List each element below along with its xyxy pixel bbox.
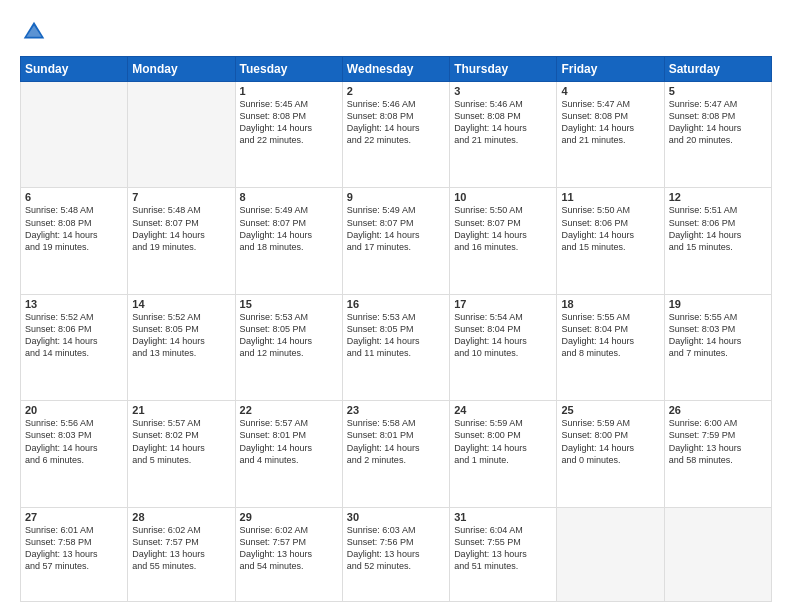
- day-number: 15: [240, 298, 338, 310]
- day-number: 10: [454, 191, 552, 203]
- calendar-header-friday: Friday: [557, 57, 664, 82]
- day-info: Sunrise: 5:55 AM Sunset: 8:04 PM Dayligh…: [561, 311, 659, 360]
- calendar-cell: 13Sunrise: 5:52 AM Sunset: 8:06 PM Dayli…: [21, 294, 128, 400]
- calendar-cell: [557, 507, 664, 601]
- calendar-cell: 11Sunrise: 5:50 AM Sunset: 8:06 PM Dayli…: [557, 188, 664, 294]
- calendar-cell: 2Sunrise: 5:46 AM Sunset: 8:08 PM Daylig…: [342, 82, 449, 188]
- calendar-cell: 25Sunrise: 5:59 AM Sunset: 8:00 PM Dayli…: [557, 401, 664, 507]
- day-info: Sunrise: 5:55 AM Sunset: 8:03 PM Dayligh…: [669, 311, 767, 360]
- calendar-cell: 28Sunrise: 6:02 AM Sunset: 7:57 PM Dayli…: [128, 507, 235, 601]
- day-number: 23: [347, 404, 445, 416]
- day-info: Sunrise: 5:50 AM Sunset: 8:06 PM Dayligh…: [561, 204, 659, 253]
- day-info: Sunrise: 5:51 AM Sunset: 8:06 PM Dayligh…: [669, 204, 767, 253]
- day-info: Sunrise: 5:47 AM Sunset: 8:08 PM Dayligh…: [561, 98, 659, 147]
- day-info: Sunrise: 5:59 AM Sunset: 8:00 PM Dayligh…: [454, 417, 552, 466]
- calendar-week-4: 20Sunrise: 5:56 AM Sunset: 8:03 PM Dayli…: [21, 401, 772, 507]
- day-number: 31: [454, 511, 552, 523]
- calendar-cell: 22Sunrise: 5:57 AM Sunset: 8:01 PM Dayli…: [235, 401, 342, 507]
- calendar-table: SundayMondayTuesdayWednesdayThursdayFrid…: [20, 56, 772, 602]
- day-number: 20: [25, 404, 123, 416]
- calendar-header-wednesday: Wednesday: [342, 57, 449, 82]
- calendar-cell: 18Sunrise: 5:55 AM Sunset: 8:04 PM Dayli…: [557, 294, 664, 400]
- calendar-cell: 7Sunrise: 5:48 AM Sunset: 8:07 PM Daylig…: [128, 188, 235, 294]
- day-info: Sunrise: 5:57 AM Sunset: 8:01 PM Dayligh…: [240, 417, 338, 466]
- day-info: Sunrise: 5:56 AM Sunset: 8:03 PM Dayligh…: [25, 417, 123, 466]
- calendar-cell: 24Sunrise: 5:59 AM Sunset: 8:00 PM Dayli…: [450, 401, 557, 507]
- day-number: 12: [669, 191, 767, 203]
- day-info: Sunrise: 5:48 AM Sunset: 8:07 PM Dayligh…: [132, 204, 230, 253]
- calendar-cell: 3Sunrise: 5:46 AM Sunset: 8:08 PM Daylig…: [450, 82, 557, 188]
- day-number: 26: [669, 404, 767, 416]
- day-info: Sunrise: 6:04 AM Sunset: 7:55 PM Dayligh…: [454, 524, 552, 573]
- day-info: Sunrise: 6:03 AM Sunset: 7:56 PM Dayligh…: [347, 524, 445, 573]
- day-number: 17: [454, 298, 552, 310]
- day-number: 28: [132, 511, 230, 523]
- day-info: Sunrise: 6:02 AM Sunset: 7:57 PM Dayligh…: [240, 524, 338, 573]
- calendar-cell: 1Sunrise: 5:45 AM Sunset: 8:08 PM Daylig…: [235, 82, 342, 188]
- day-number: 7: [132, 191, 230, 203]
- calendar-cell: 20Sunrise: 5:56 AM Sunset: 8:03 PM Dayli…: [21, 401, 128, 507]
- calendar-header-row: SundayMondayTuesdayWednesdayThursdayFrid…: [21, 57, 772, 82]
- calendar-cell: 8Sunrise: 5:49 AM Sunset: 8:07 PM Daylig…: [235, 188, 342, 294]
- day-number: 3: [454, 85, 552, 97]
- day-number: 27: [25, 511, 123, 523]
- day-info: Sunrise: 5:49 AM Sunset: 8:07 PM Dayligh…: [347, 204, 445, 253]
- day-info: Sunrise: 5:57 AM Sunset: 8:02 PM Dayligh…: [132, 417, 230, 466]
- day-number: 6: [25, 191, 123, 203]
- day-info: Sunrise: 5:47 AM Sunset: 8:08 PM Dayligh…: [669, 98, 767, 147]
- day-info: Sunrise: 6:00 AM Sunset: 7:59 PM Dayligh…: [669, 417, 767, 466]
- day-info: Sunrise: 6:02 AM Sunset: 7:57 PM Dayligh…: [132, 524, 230, 573]
- day-info: Sunrise: 5:46 AM Sunset: 8:08 PM Dayligh…: [347, 98, 445, 147]
- day-number: 25: [561, 404, 659, 416]
- day-info: Sunrise: 6:01 AM Sunset: 7:58 PM Dayligh…: [25, 524, 123, 573]
- calendar-cell: 21Sunrise: 5:57 AM Sunset: 8:02 PM Dayli…: [128, 401, 235, 507]
- page: SundayMondayTuesdayWednesdayThursdayFrid…: [0, 0, 792, 612]
- calendar-header-sunday: Sunday: [21, 57, 128, 82]
- day-number: 22: [240, 404, 338, 416]
- day-info: Sunrise: 5:48 AM Sunset: 8:08 PM Dayligh…: [25, 204, 123, 253]
- calendar-cell: 16Sunrise: 5:53 AM Sunset: 8:05 PM Dayli…: [342, 294, 449, 400]
- calendar-cell: [664, 507, 771, 601]
- day-number: 2: [347, 85, 445, 97]
- day-number: 1: [240, 85, 338, 97]
- day-info: Sunrise: 5:58 AM Sunset: 8:01 PM Dayligh…: [347, 417, 445, 466]
- calendar-week-5: 27Sunrise: 6:01 AM Sunset: 7:58 PM Dayli…: [21, 507, 772, 601]
- day-number: 8: [240, 191, 338, 203]
- calendar-cell: 19Sunrise: 5:55 AM Sunset: 8:03 PM Dayli…: [664, 294, 771, 400]
- calendar-week-2: 6Sunrise: 5:48 AM Sunset: 8:08 PM Daylig…: [21, 188, 772, 294]
- calendar-header-thursday: Thursday: [450, 57, 557, 82]
- day-number: 13: [25, 298, 123, 310]
- day-number: 29: [240, 511, 338, 523]
- day-info: Sunrise: 5:52 AM Sunset: 8:05 PM Dayligh…: [132, 311, 230, 360]
- calendar-cell: 9Sunrise: 5:49 AM Sunset: 8:07 PM Daylig…: [342, 188, 449, 294]
- calendar-cell: 31Sunrise: 6:04 AM Sunset: 7:55 PM Dayli…: [450, 507, 557, 601]
- day-number: 14: [132, 298, 230, 310]
- calendar-header-monday: Monday: [128, 57, 235, 82]
- header: [20, 18, 772, 46]
- day-info: Sunrise: 5:49 AM Sunset: 8:07 PM Dayligh…: [240, 204, 338, 253]
- calendar-header-saturday: Saturday: [664, 57, 771, 82]
- calendar-cell: [128, 82, 235, 188]
- logo-icon: [20, 18, 48, 46]
- calendar-cell: 4Sunrise: 5:47 AM Sunset: 8:08 PM Daylig…: [557, 82, 664, 188]
- day-number: 18: [561, 298, 659, 310]
- calendar-cell: 30Sunrise: 6:03 AM Sunset: 7:56 PM Dayli…: [342, 507, 449, 601]
- calendar-cell: 27Sunrise: 6:01 AM Sunset: 7:58 PM Dayli…: [21, 507, 128, 601]
- day-info: Sunrise: 5:53 AM Sunset: 8:05 PM Dayligh…: [347, 311, 445, 360]
- day-info: Sunrise: 5:59 AM Sunset: 8:00 PM Dayligh…: [561, 417, 659, 466]
- calendar-cell: 17Sunrise: 5:54 AM Sunset: 8:04 PM Dayli…: [450, 294, 557, 400]
- day-info: Sunrise: 5:50 AM Sunset: 8:07 PM Dayligh…: [454, 204, 552, 253]
- day-info: Sunrise: 5:54 AM Sunset: 8:04 PM Dayligh…: [454, 311, 552, 360]
- calendar-cell: 5Sunrise: 5:47 AM Sunset: 8:08 PM Daylig…: [664, 82, 771, 188]
- calendar-cell: 23Sunrise: 5:58 AM Sunset: 8:01 PM Dayli…: [342, 401, 449, 507]
- calendar-cell: 14Sunrise: 5:52 AM Sunset: 8:05 PM Dayli…: [128, 294, 235, 400]
- calendar-cell: 26Sunrise: 6:00 AM Sunset: 7:59 PM Dayli…: [664, 401, 771, 507]
- day-info: Sunrise: 5:46 AM Sunset: 8:08 PM Dayligh…: [454, 98, 552, 147]
- day-number: 5: [669, 85, 767, 97]
- calendar-cell: 15Sunrise: 5:53 AM Sunset: 8:05 PM Dayli…: [235, 294, 342, 400]
- day-number: 21: [132, 404, 230, 416]
- calendar-cell: 29Sunrise: 6:02 AM Sunset: 7:57 PM Dayli…: [235, 507, 342, 601]
- day-number: 4: [561, 85, 659, 97]
- day-number: 24: [454, 404, 552, 416]
- day-number: 9: [347, 191, 445, 203]
